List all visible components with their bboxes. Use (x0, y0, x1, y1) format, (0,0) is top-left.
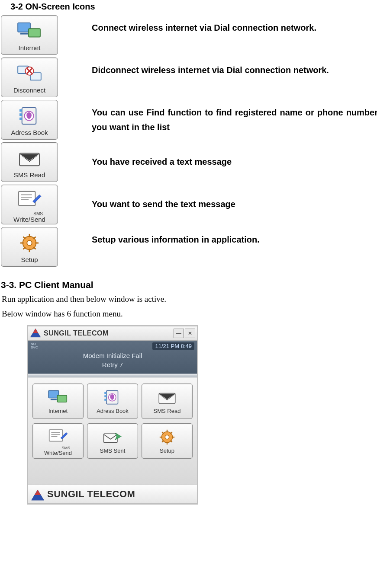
smssent-icon (102, 428, 123, 447)
smsread-icon-tile: SMS Read (1, 142, 58, 182)
disconnect-icon-label: Disconnect (13, 86, 45, 94)
internet-icon-tile: Internet (1, 15, 58, 55)
internet-icon-label: Internet (19, 44, 41, 51)
menu-smswrite-label: SMS Write/Send (44, 446, 72, 456)
setup-desc: Setup various information in application… (92, 227, 377, 247)
icon-row-adressbook: Adress Book You can use Find function to… (1, 100, 377, 140)
adressbook-icon-label: Adress Book (11, 129, 48, 136)
menu-smsread[interactable]: SMS Read (142, 383, 193, 419)
menu-internet[interactable]: Internet (32, 383, 84, 419)
menu-smswrite[interactable]: SMS Write/Send (32, 423, 84, 459)
adressbook-icon (16, 104, 43, 128)
status-divider (28, 374, 197, 377)
app-title: SUNGIL TELECOM (44, 329, 173, 337)
disconnect-icon (16, 61, 43, 86)
status-area: NO SVC 11/21 PM 8:49 Modem Initialize Fa… (28, 341, 197, 374)
smswrite-icon-tile: SMS Write/Send (1, 185, 58, 224)
icon-row-internet: Internet Connect wireless internet via D… (1, 15, 377, 55)
body-line-1: Run application and then below window is… (2, 293, 377, 306)
body-line-2: Below window has 6 function menu. (2, 307, 377, 320)
smswrite-icon-label: SMS Write/Send (13, 212, 45, 223)
smswrite-icon (16, 187, 43, 211)
adressbook-icon (102, 388, 123, 407)
menu-smssent[interactable]: SMS Sent (87, 423, 138, 459)
icon-row-smswrite: SMS Write/Send You want to send the text… (1, 185, 377, 224)
internet-icon (16, 19, 43, 43)
smsread-icon (16, 146, 43, 170)
app-window: SUNGIL TELECOM — ✕ NO SVC 11/21 PM 8:49 … (27, 325, 198, 505)
section-3-2-title: 3-2 ON-Screen Icons (10, 2, 377, 12)
smswrite-desc: You want to send the text message (92, 185, 377, 211)
setup-icon-label: Setup (21, 256, 38, 263)
status-clock: 11/21 PM 8:49 (152, 342, 194, 350)
disconnect-desc: Didconnect wireless internet via Dial co… (92, 58, 377, 77)
status-line-1: Modem Initialize Fail (31, 351, 194, 360)
menu-adressbook[interactable]: Adress Book (87, 383, 138, 419)
disconnect-icon-tile: Disconnect (1, 58, 58, 97)
internet-icon (47, 388, 69, 407)
app-titlebar: SUNGIL TELECOM — ✕ (28, 326, 197, 341)
menu-adressbook-label: Adress Book (97, 408, 129, 414)
menu-grid: Internet Adress Book SMS Read SMS Write/… (28, 377, 197, 485)
menu-smsread-label: SMS Read (154, 408, 181, 414)
menu-setup-label: Setup (160, 447, 174, 454)
menu-setup[interactable]: Setup (142, 423, 193, 459)
setup-icon-tile: Setup (1, 227, 58, 267)
close-button[interactable]: ✕ (185, 329, 195, 338)
app-footer: SUNGIL TELECOM (28, 485, 197, 503)
smsread-desc: You have received a text message (92, 142, 377, 169)
setup-icon (156, 428, 178, 447)
status-message: Modem Initialize Fail Retry 7 (31, 351, 194, 369)
icon-row-setup: Setup Setup various information in appli… (1, 227, 377, 267)
icon-row-smsread: SMS Read You have received a text messag… (1, 142, 377, 182)
setup-icon (16, 231, 43, 255)
app-logo-icon (30, 328, 42, 339)
menu-internet-label: Internet (48, 408, 68, 414)
smswrite-icon (47, 426, 69, 445)
section-3-3-title: 3-3. PC Client Manual (1, 280, 377, 290)
smsread-icon-label: SMS Read (14, 171, 45, 179)
menu-smssent-label: SMS Sent (100, 447, 126, 454)
internet-desc: Connect wireless internet via Dial conne… (92, 15, 377, 35)
adressbook-desc: You can use Find function to find regist… (92, 100, 377, 134)
footer-logo-icon (31, 489, 45, 499)
icon-row-disconnect: Disconnect Didconnect wireless internet … (1, 58, 377, 97)
smsread-icon (156, 388, 178, 407)
no-service-indicator: NO SVC (31, 342, 39, 349)
adressbook-icon-tile: Adress Book (1, 100, 58, 140)
status-line-2: Retry 7 (31, 360, 194, 369)
minimize-button[interactable]: — (174, 329, 184, 338)
footer-title: SUNGIL TELECOM (47, 489, 135, 500)
